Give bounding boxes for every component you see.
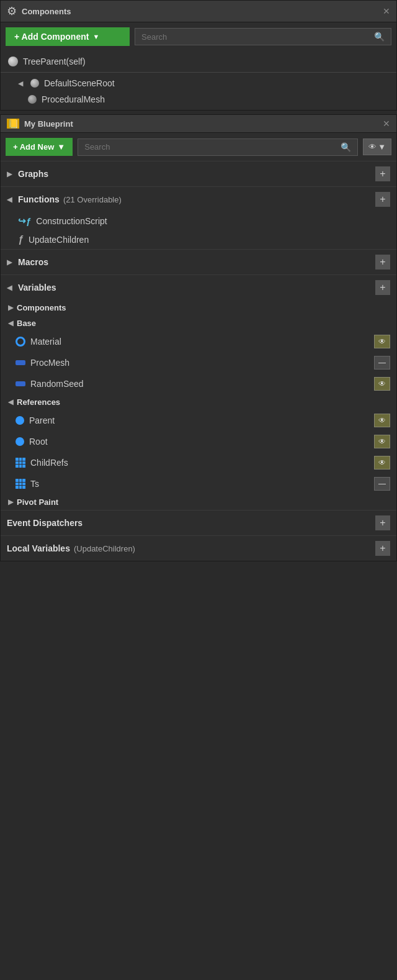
randomseed-visibility-button[interactable]: 👁 xyxy=(374,377,390,391)
var-item-childrefs[interactable]: ChildRefs 👁 xyxy=(1,452,396,473)
root-visibility-button[interactable]: 👁 xyxy=(374,435,390,448)
section-macros[interactable]: ▶ Macros + xyxy=(1,249,396,274)
section-graphs-left: ▶ Graphs xyxy=(7,169,48,179)
components-toolbar: + Add Component ▼ 🔍 xyxy=(1,22,396,51)
components-icon: ⚙ xyxy=(7,4,17,18)
variables-expand-icon: ◀ xyxy=(7,284,14,292)
functions-expand-icon: ◀ xyxy=(7,196,14,204)
my-blueprint-panel: 📒 My Blueprint ✕ + Add New ▼ 🔍 👁 ▼ ▶ Gra… xyxy=(0,114,397,561)
components-search-input[interactable] xyxy=(141,32,370,42)
add-new-arrow: ▼ xyxy=(57,142,65,152)
section-functions[interactable]: ◀ Functions (21 Overridable) + xyxy=(1,186,396,212)
root-right: 👁 xyxy=(374,435,390,448)
ts-visibility-button[interactable]: — xyxy=(374,477,390,491)
section-local-variables[interactable]: Local Variables (UpdateChildren) + xyxy=(1,535,396,561)
event-dispatchers-label: Event Dispatchers xyxy=(7,518,83,528)
variables-add-button[interactable]: + xyxy=(375,280,390,295)
eye-icon: 👁 xyxy=(368,142,377,152)
blueprint-book-icon: 📒 xyxy=(7,119,19,129)
var-item-root[interactable]: Root 👁 xyxy=(1,431,396,452)
func-item-updatechildren[interactable]: ƒ UpdateChildren xyxy=(1,230,396,249)
tree-item-proceduralmesh[interactable]: ProceduralMesh xyxy=(1,91,396,107)
pivot-paint-expand: ▶ xyxy=(8,498,13,506)
search-icon: 🔍 xyxy=(374,32,385,42)
var-item-material[interactable]: Material 👁 xyxy=(1,331,396,352)
add-new-button[interactable]: + Add New ▼ xyxy=(6,138,73,156)
blueprint-search-icon: 🔍 xyxy=(341,142,351,152)
expand-triangle-defaultsceneroot: ◀ xyxy=(18,79,25,88)
references-sub-label: References xyxy=(17,397,60,407)
root-label: Root xyxy=(29,437,48,447)
my-blueprint-title: My Blueprint xyxy=(24,119,73,129)
graphs-add-button[interactable]: + xyxy=(375,166,390,181)
section-event-dispatchers[interactable]: Event Dispatchers + xyxy=(1,510,396,535)
add-component-button[interactable]: + Add Component ▼ xyxy=(6,27,130,46)
parent-right: 👁 xyxy=(374,414,390,427)
section-variables-left: ◀ Variables xyxy=(7,283,56,293)
parent-label: Parent xyxy=(29,415,55,425)
sub-section-base[interactable]: ◀ Base xyxy=(1,315,396,331)
functions-overridable: (21 Overridable) xyxy=(63,195,122,204)
childrefs-visibility-button[interactable]: 👁 xyxy=(374,456,390,470)
procmesh-visibility-button[interactable]: — xyxy=(374,356,390,370)
material-type-icon xyxy=(16,337,25,347)
childrefs-right: 👁 xyxy=(374,456,390,470)
my-blueprint-close-button[interactable]: ✕ xyxy=(383,119,390,128)
material-right: 👁 xyxy=(374,335,390,348)
macros-add-button[interactable]: + xyxy=(375,255,390,270)
components-close-button[interactable]: ✕ xyxy=(383,7,390,16)
add-component-label: + Add Component xyxy=(14,32,89,42)
components-search-box[interactable]: 🔍 xyxy=(135,28,391,45)
variables-label: Variables xyxy=(18,283,56,293)
add-new-label: + Add New xyxy=(13,142,54,152)
components-tree: TreeParent(self) ◀ DefaultSceneRoot Proc… xyxy=(1,51,396,110)
var-item-randomseed[interactable]: RandomSeed 👁 xyxy=(1,373,396,394)
func-item-constructionscript[interactable]: ↪ƒ ConstructionScript xyxy=(1,212,396,230)
components-header-left: ⚙ Components xyxy=(7,4,71,18)
event-dispatchers-add-button[interactable]: + xyxy=(375,515,390,530)
sub-section-references[interactable]: ◀ References xyxy=(1,394,396,410)
my-blueprint-toolbar: + Add New ▼ 🔍 👁 ▼ xyxy=(1,133,396,161)
tree-item-treeparent[interactable]: TreeParent(self) xyxy=(1,53,396,70)
local-variables-sub-label: (UpdateChildren) xyxy=(74,544,135,553)
my-blueprint-search-input[interactable] xyxy=(84,142,337,152)
graphs-label: Graphs xyxy=(18,169,48,179)
local-variables-add-button[interactable]: + xyxy=(375,541,390,556)
components-sub-label: Components xyxy=(17,303,66,312)
my-blueprint-search-box[interactable]: 🔍 xyxy=(78,138,358,156)
components-panel: ⚙ Components ✕ + Add Component ▼ 🔍 TreeP… xyxy=(0,0,397,111)
section-event-dispatchers-left: Event Dispatchers xyxy=(7,518,83,528)
macros-label: Macros xyxy=(18,257,48,267)
constructionscript-label: ConstructionScript xyxy=(36,216,107,226)
var-item-parent[interactable]: Parent 👁 xyxy=(1,410,396,431)
procmesh-label: ProcMesh xyxy=(30,358,69,368)
base-sub-expand: ◀ xyxy=(8,319,13,327)
add-component-arrow: ▼ xyxy=(92,33,99,40)
section-functions-left: ◀ Functions (21 Overridable) xyxy=(7,194,122,204)
sub-section-pivot-paint[interactable]: ▶ Pivot Paint xyxy=(1,494,396,510)
functions-add-button[interactable]: + xyxy=(375,192,390,207)
tree-item-defaultsceneroot[interactable]: ◀ DefaultSceneRoot xyxy=(1,75,396,91)
section-macros-left: ▶ Macros xyxy=(7,257,48,267)
references-sub-expand: ◀ xyxy=(8,398,13,406)
section-graphs[interactable]: ▶ Graphs + xyxy=(1,161,396,186)
pivot-paint-label: Pivot Paint xyxy=(17,497,58,507)
components-sub-expand: ▶ xyxy=(8,304,13,312)
my-blueprint-header-left: 📒 My Blueprint xyxy=(7,119,73,129)
tree-divider xyxy=(1,72,396,73)
my-blueprint-panel-header: 📒 My Blueprint ✕ xyxy=(1,115,396,133)
sphere-icon-defaultsceneroot xyxy=(30,79,39,88)
proceduralmesh-label: ProceduralMesh xyxy=(42,94,105,104)
section-variables[interactable]: ◀ Variables + xyxy=(1,274,396,300)
var-item-procmesh[interactable]: ProcMesh — xyxy=(1,352,396,373)
visibility-filter-button[interactable]: 👁 ▼ xyxy=(363,138,391,155)
ts-type-icon xyxy=(16,479,25,489)
sphere-icon-proceduralmesh xyxy=(28,95,37,104)
material-visibility-button[interactable]: 👁 xyxy=(374,335,390,348)
var-item-ts[interactable]: Ts — xyxy=(1,473,396,494)
graphs-expand-icon: ▶ xyxy=(7,170,14,178)
parent-visibility-button[interactable]: 👁 xyxy=(374,414,390,427)
functions-label: Functions xyxy=(18,194,60,204)
sub-section-components[interactable]: ▶ Components xyxy=(1,300,396,315)
childrefs-label: ChildRefs xyxy=(30,458,68,468)
